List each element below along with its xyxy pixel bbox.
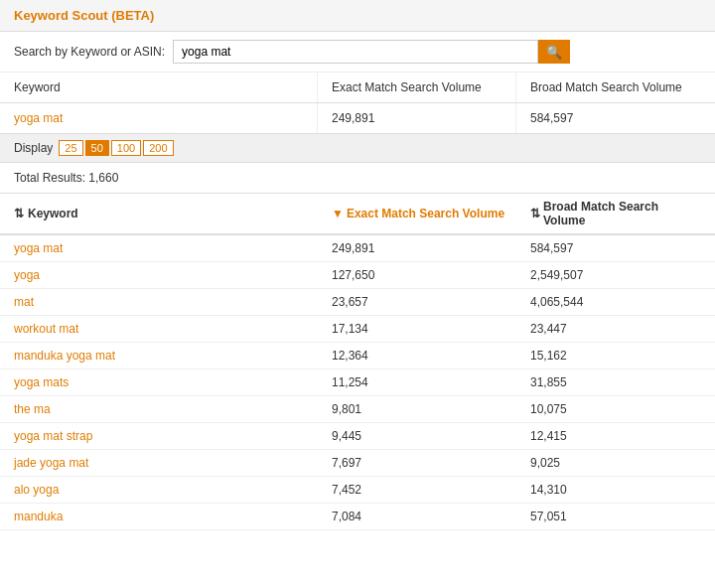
row-broad: 57,051 xyxy=(530,510,701,523)
results-body: yoga mat 249,891 584,597 yoga 127,650 2,… xyxy=(0,235,715,530)
row-broad: 4,065,544 xyxy=(530,295,701,309)
display-bar: Display 25 50 100 200 xyxy=(0,134,715,163)
page-title: Keyword Scout (BETA) xyxy=(14,8,154,23)
display-label: Display xyxy=(14,141,53,155)
results-header-keyword[interactable]: ⇅ Keyword xyxy=(14,207,332,220)
summary-header-broad: Broad Match Search Volume xyxy=(516,73,715,102)
row-exact: 249,891 xyxy=(332,241,530,255)
row-exact: 9,801 xyxy=(332,402,530,416)
display-btn-100[interactable]: 100 xyxy=(111,140,141,156)
table-row: workout mat 17,134 23,447 xyxy=(0,316,715,343)
display-btn-25[interactable]: 25 xyxy=(59,140,82,156)
summary-keyword-link[interactable]: yoga mat xyxy=(14,111,63,125)
page-header: Keyword Scout (BETA) xyxy=(0,0,715,32)
keyword-link[interactable]: mat xyxy=(14,295,34,309)
table-row: alo yoga 7,452 14,310 xyxy=(0,477,715,504)
results-header-broad[interactable]: ⇅ Broad Match Search Volume xyxy=(530,200,701,227)
keyword-link[interactable]: workout mat xyxy=(14,322,78,336)
row-keyword: jade yoga mat xyxy=(14,456,332,470)
row-keyword: the ma xyxy=(14,402,332,416)
row-exact: 23,657 xyxy=(332,295,530,309)
table-row: mat 23,657 4,065,544 xyxy=(0,289,715,316)
search-input[interactable] xyxy=(173,40,538,64)
row-keyword: mat xyxy=(14,295,332,309)
row-keyword: yoga mats xyxy=(14,375,332,389)
total-results: Total Results: 1,660 xyxy=(0,163,715,194)
search-bar: Search by Keyword or ASIN: 🔍 xyxy=(0,32,715,73)
row-broad: 31,855 xyxy=(530,375,701,389)
keyword-link[interactable]: alo yoga xyxy=(14,483,59,497)
keyword-link[interactable]: yoga mat xyxy=(14,241,63,255)
row-broad: 12,415 xyxy=(530,429,701,443)
row-exact: 9,445 xyxy=(332,429,530,443)
summary-header-row: Keyword Exact Match Search Volume Broad … xyxy=(0,73,715,103)
row-broad: 15,162 xyxy=(530,349,701,363)
search-button[interactable]: 🔍 xyxy=(538,40,570,64)
keyword-link[interactable]: the ma xyxy=(14,402,51,416)
search-label: Search by Keyword or ASIN: xyxy=(14,45,165,59)
row-exact: 127,650 xyxy=(332,268,530,282)
row-keyword: alo yoga xyxy=(14,483,332,497)
table-row: yoga mats 11,254 31,855 xyxy=(0,369,715,396)
summary-header-exact: Exact Match Search Volume xyxy=(318,73,516,102)
row-broad: 2,549,507 xyxy=(530,268,701,282)
table-row: manduka 7,084 57,051 xyxy=(0,504,715,530)
keyword-link[interactable]: manduka xyxy=(14,510,63,523)
row-exact: 11,254 xyxy=(332,375,530,389)
results-header-exact[interactable]: ▼ Exact Match Search Volume xyxy=(332,207,530,220)
row-exact: 12,364 xyxy=(332,349,530,363)
display-btn-200[interactable]: 200 xyxy=(143,140,173,156)
summary-exact-cell: 249,891 xyxy=(318,103,516,133)
keyword-link[interactable]: yoga xyxy=(14,268,40,282)
row-keyword: workout mat xyxy=(14,322,332,336)
summary-header-keyword: Keyword xyxy=(0,73,318,102)
keyword-link[interactable]: manduka yoga mat xyxy=(14,349,115,363)
row-keyword: manduka xyxy=(14,510,332,523)
table-row: yoga mat strap 9,445 12,415 xyxy=(0,423,715,450)
row-exact: 7,697 xyxy=(332,456,530,470)
summary-keyword-cell: yoga mat xyxy=(0,103,318,133)
table-row: manduka yoga mat 12,364 15,162 xyxy=(0,343,715,369)
row-keyword: yoga xyxy=(14,268,332,282)
row-broad: 14,310 xyxy=(530,483,701,497)
row-exact: 7,084 xyxy=(332,510,530,523)
search-input-wrap: 🔍 xyxy=(173,40,570,64)
summary-data-row: yoga mat 249,891 584,597 xyxy=(0,103,715,134)
table-row: yoga 127,650 2,549,507 xyxy=(0,262,715,289)
summary-broad-cell: 584,597 xyxy=(516,103,715,133)
display-btn-50[interactable]: 50 xyxy=(85,140,109,156)
row-keyword: yoga mat strap xyxy=(14,429,332,443)
row-keyword: manduka yoga mat xyxy=(14,349,332,363)
table-row: jade yoga mat 7,697 9,025 xyxy=(0,450,715,477)
row-broad: 9,025 xyxy=(530,456,701,470)
row-broad: 23,447 xyxy=(530,322,701,336)
keyword-link[interactable]: yoga mats xyxy=(14,375,69,389)
table-row: the ma 9,801 10,075 xyxy=(0,396,715,423)
row-keyword: yoga mat xyxy=(14,241,332,255)
row-broad: 10,075 xyxy=(530,402,701,416)
keyword-link[interactable]: yoga mat strap xyxy=(14,429,92,443)
results-header: ⇅ Keyword ▼ Exact Match Search Volume ⇅ … xyxy=(0,194,715,235)
keyword-link[interactable]: jade yoga mat xyxy=(14,456,88,470)
row-exact: 7,452 xyxy=(332,483,530,497)
table-row: yoga mat 249,891 584,597 xyxy=(0,235,715,262)
row-broad: 584,597 xyxy=(530,241,701,255)
row-exact: 17,134 xyxy=(332,322,530,336)
